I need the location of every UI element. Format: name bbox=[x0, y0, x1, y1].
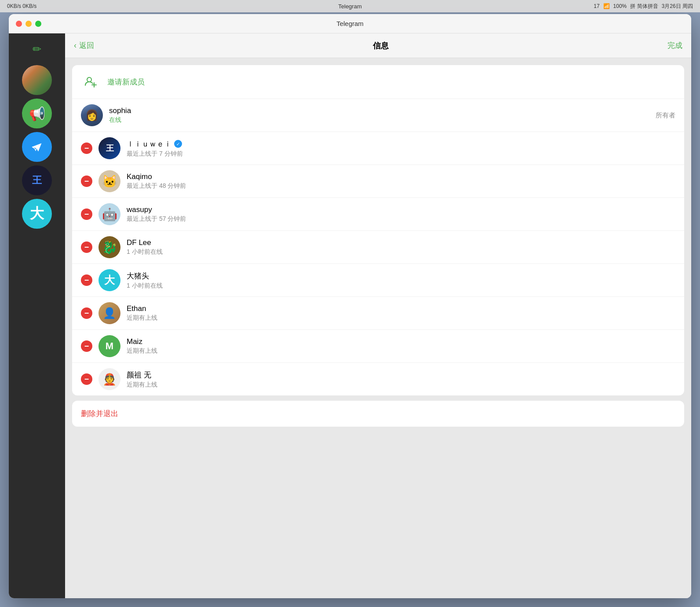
input-method: 拼 简体拼音 bbox=[630, 3, 658, 10]
window-title: Telegram bbox=[336, 20, 364, 27]
avatar-sophia: 👩 bbox=[81, 104, 103, 126]
member-row-wasupy[interactable]: − 🤖 wasupy 最近上线于 57 分钟前 bbox=[72, 197, 684, 230]
member-row-dazhu[interactable]: − 大 大猪头 1 小时前在线 bbox=[72, 263, 684, 296]
dazhu-avatar-letter: 大 bbox=[104, 273, 115, 287]
dflee-avatar-icon: 🐉 bbox=[102, 240, 117, 255]
member-row-dflee[interactable]: − 🐉 DF Lee 1 小时前在线 bbox=[72, 230, 684, 263]
traffic-lights bbox=[16, 21, 41, 27]
wifi-icon: 📶 bbox=[603, 3, 610, 9]
sidebar-item-announce[interactable]: 📢 bbox=[22, 99, 52, 128]
sidebar-item-dark[interactable]: 王 bbox=[22, 165, 52, 195]
kaqimo-avatar-icon: 🐱 bbox=[102, 174, 117, 189]
menubar-network: 0KB/s 0KB/s bbox=[7, 3, 36, 9]
announce-icon: 📢 bbox=[29, 106, 45, 121]
yan-name: 颜祖 无 bbox=[127, 370, 675, 380]
maiz-name: Maiz bbox=[127, 337, 675, 346]
avatar-maiz: M bbox=[98, 335, 120, 357]
wasupy-avatar-icon: 🤖 bbox=[102, 207, 117, 222]
member-row-yan[interactable]: − 👲 颜祖 无 近期有上线 bbox=[72, 362, 684, 395]
ethan-status: 近期有上线 bbox=[127, 314, 675, 322]
yan-avatar-icon: 👲 bbox=[102, 373, 117, 386]
telegram-icon bbox=[29, 139, 45, 155]
page-title: 信息 bbox=[373, 40, 389, 51]
back-label[interactable]: 返回 bbox=[79, 40, 94, 51]
done-button[interactable]: 完成 bbox=[667, 40, 682, 51]
delete-card[interactable]: 删除并退出 bbox=[72, 401, 684, 427]
member-row-liuwei[interactable]: − 王 ｌｉｕｗｅｉ ✓ 最近上线于 7 分钟前 bbox=[72, 132, 684, 165]
compose-icon: ✏ bbox=[33, 43, 41, 55]
avatar-dflee: 🐉 bbox=[98, 236, 120, 258]
kaqimo-info: Kaqimo 最近上线于 48 分钟前 bbox=[127, 172, 675, 190]
sidebar-item-telegram[interactable] bbox=[22, 132, 52, 162]
title-bar: Telegram bbox=[9, 14, 691, 33]
dflee-info: DF Lee 1 小时前在线 bbox=[127, 238, 675, 256]
menubar-right: 17 📶 100% 拼 简体拼音 3月26日 周四 bbox=[594, 3, 693, 10]
member-row-kaqimo[interactable]: − 🐱 Kaqimo 最近上线于 48 分钟前 bbox=[72, 165, 684, 197]
wasupy-status: 最近上线于 57 分钟前 bbox=[127, 215, 675, 223]
member-row-ethan[interactable]: − 👤 Ethan 近期有上线 bbox=[72, 296, 684, 329]
remove-wasupy-button[interactable]: − bbox=[81, 208, 92, 220]
kaqimo-status: 最近上线于 48 分钟前 bbox=[127, 182, 675, 190]
liuwei-name: ｌｉｕｗｅｉ ✓ bbox=[127, 139, 675, 149]
invite-icon bbox=[81, 72, 100, 91]
wechat-count: 17 bbox=[594, 3, 599, 9]
dark-item-icon: 王 bbox=[32, 174, 42, 187]
avatar-wasupy: 🤖 bbox=[98, 203, 120, 225]
back-chevron-icon: ‹ bbox=[74, 41, 77, 50]
yan-status: 近期有上线 bbox=[127, 381, 675, 389]
remove-dazhu-button[interactable]: − bbox=[81, 274, 92, 286]
scroll-area[interactable]: 邀请新成员 👩 sophia 在线 所有者 bbox=[65, 58, 691, 598]
close-button[interactable] bbox=[16, 21, 22, 27]
sophia-role: 所有者 bbox=[656, 111, 675, 120]
back-button[interactable]: ‹ 返回 bbox=[74, 40, 94, 51]
svg-point-0 bbox=[87, 77, 91, 82]
remove-maiz-button[interactable]: − bbox=[81, 340, 92, 352]
kaqimo-name: Kaqimo bbox=[127, 172, 675, 181]
wasupy-name: wasupy bbox=[127, 205, 675, 214]
invite-row[interactable]: 邀请新成员 bbox=[72, 65, 684, 99]
dazhu-name: 大猪头 bbox=[127, 271, 675, 281]
member-row-sophia[interactable]: 👩 sophia 在线 所有者 bbox=[72, 99, 684, 132]
sidebar: ✏ 📢 王 大 bbox=[9, 33, 65, 598]
delete-label[interactable]: 删除并退出 bbox=[81, 410, 118, 418]
member-row-maiz[interactable]: − M Maiz 近期有上线 bbox=[72, 329, 684, 362]
avatar-ethan: 👤 bbox=[98, 302, 120, 324]
remove-dflee-button[interactable]: − bbox=[81, 241, 92, 253]
maximize-button[interactable] bbox=[35, 21, 41, 27]
wasupy-info: wasupy 最近上线于 57 分钟前 bbox=[127, 205, 675, 223]
maiz-avatar-letter: M bbox=[106, 340, 113, 352]
sophia-name: sophia bbox=[109, 106, 649, 115]
maiz-info: Maiz 近期有上线 bbox=[127, 337, 675, 355]
ethan-name: Ethan bbox=[127, 304, 675, 313]
liuwei-status: 最近上线于 7 分钟前 bbox=[127, 150, 675, 158]
avatar-yan: 👲 bbox=[98, 368, 120, 390]
remove-liuwei-button[interactable]: − bbox=[81, 143, 92, 154]
dazhu-status: 1 小时前在线 bbox=[127, 282, 675, 290]
verified-badge: ✓ bbox=[174, 140, 182, 148]
page-header: ‹ 返回 信息 完成 bbox=[65, 33, 691, 58]
yan-info: 颜祖 无 近期有上线 bbox=[127, 370, 675, 389]
app-window: Telegram ✏ 📢 王 bbox=[9, 14, 691, 598]
menubar-left: 0KB/s 0KB/s bbox=[7, 3, 36, 9]
remove-yan-button[interactable]: − bbox=[81, 373, 92, 385]
add-person-icon bbox=[84, 76, 97, 88]
invite-label[interactable]: 邀请新成员 bbox=[107, 77, 145, 87]
menubar-title: Telegram bbox=[338, 3, 361, 10]
sidebar-item-da[interactable]: 大 bbox=[22, 199, 52, 229]
avatar-liuwei: 王 bbox=[98, 137, 120, 159]
sidebar-item-group[interactable] bbox=[22, 65, 52, 95]
remove-kaqimo-button[interactable]: − bbox=[81, 176, 92, 187]
ethan-info: Ethan 近期有上线 bbox=[127, 304, 675, 322]
remove-ethan-button[interactable]: − bbox=[81, 307, 92, 319]
minimize-button[interactable] bbox=[26, 21, 32, 27]
members-card: 邀请新成员 👩 sophia 在线 所有者 bbox=[72, 65, 684, 395]
liuwei-avatar-text: 王 bbox=[106, 143, 113, 154]
dazhu-info: 大猪头 1 小时前在线 bbox=[127, 271, 675, 290]
liuwei-info: ｌｉｕｗｅｉ ✓ 最近上线于 7 分钟前 bbox=[127, 139, 675, 158]
sophia-status: 在线 bbox=[109, 116, 649, 124]
da-label: 大 bbox=[30, 204, 44, 223]
maiz-status: 近期有上线 bbox=[127, 347, 675, 355]
compose-button[interactable]: ✏ bbox=[26, 39, 47, 60]
sophia-info: sophia 在线 bbox=[109, 106, 649, 124]
menubar-center: Telegram bbox=[338, 3, 361, 10]
